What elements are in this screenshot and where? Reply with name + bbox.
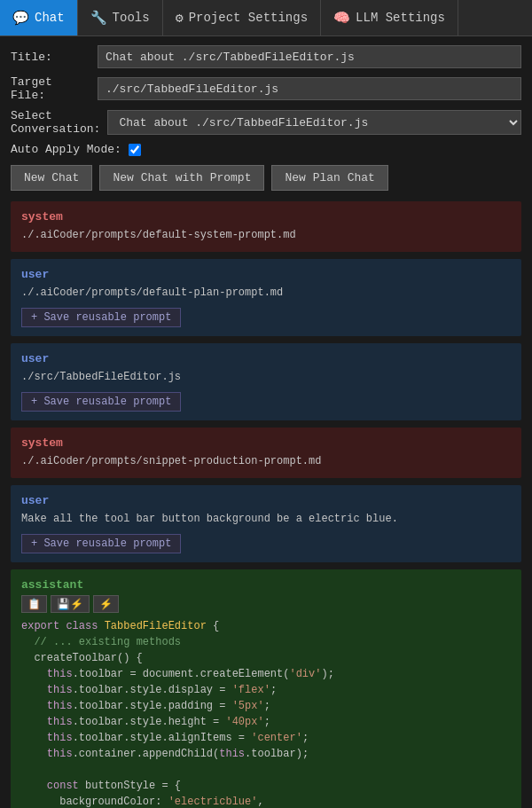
role-label-user-1: user xyxy=(21,268,511,281)
role-label-assistant-1: assistant xyxy=(21,578,511,592)
role-label-user-3: user xyxy=(21,494,511,507)
tab-bar: 💬 Chat 🔧 Tools ⚙️ Project Settings 🧠 LLM… xyxy=(0,0,532,36)
title-label: Title: xyxy=(11,51,90,64)
select-conversation-label: SelectConversation: xyxy=(11,109,100,136)
action-buttons: New Chat New Chat with Prompt New Plan C… xyxy=(11,165,521,191)
message-assistant-1: assistant 📋 💾⚡ ⚡ export class TabbedFile… xyxy=(11,569,521,808)
role-label-system-1: system xyxy=(21,210,511,224)
tab-chat[interactable]: 💬 Chat xyxy=(0,0,78,35)
tab-llm-settings[interactable]: 🧠 LLM Settings xyxy=(321,0,458,35)
message-content-system-2: ./.aiCoder/prompts/snippet-production-pr… xyxy=(21,453,511,469)
tab-llm-settings-label: LLM Settings xyxy=(356,11,445,25)
save-prompt-button-2[interactable]: + Save reusable prompt xyxy=(21,392,181,412)
tab-project-settings-label: Project Settings xyxy=(189,11,308,25)
apply-code-button[interactable]: 💾⚡ xyxy=(51,595,90,613)
tab-chat-label: Chat xyxy=(35,11,65,25)
copy-code-button[interactable]: 📋 xyxy=(21,595,47,613)
message-system-1: system ./.aiCoder/prompts/default-system… xyxy=(11,201,521,252)
target-file-input[interactable] xyxy=(98,77,521,100)
auto-apply-checkbox[interactable] xyxy=(129,144,141,156)
role-label-user-2: user xyxy=(21,352,511,365)
tools-icon: 🔧 xyxy=(90,10,107,27)
target-file-row: TargetFile: xyxy=(11,75,521,102)
extra-code-button[interactable]: ⚡ xyxy=(93,595,119,613)
save-prompt-button-3[interactable]: + Save reusable prompt xyxy=(21,534,181,553)
title-row: Title: xyxy=(11,45,521,68)
message-content-user-1: ./.aiCoder/prompts/default-plan-prompt.m… xyxy=(21,285,511,301)
new-chat-button[interactable]: New Chat xyxy=(11,165,92,191)
new-plan-chat-button[interactable]: New Plan Chat xyxy=(271,165,387,191)
message-system-2: system ./.aiCoder/prompts/snippet-produc… xyxy=(11,428,521,478)
tab-tools[interactable]: 🔧 Tools xyxy=(78,0,163,35)
message-user-3: user Make all the tool bar button backgr… xyxy=(11,485,521,562)
tab-tools-label: Tools xyxy=(113,11,150,25)
target-file-label: TargetFile: xyxy=(11,75,90,102)
auto-apply-label: Auto Apply Mode: xyxy=(11,143,121,156)
new-chat-with-prompt-button[interactable]: New Chat with Prompt xyxy=(99,165,264,191)
select-conversation-row: SelectConversation: Chat about ./src/Tab… xyxy=(11,109,521,136)
message-user-1: user ./.aiCoder/prompts/default-plan-pro… xyxy=(11,259,521,336)
llm-icon: 🧠 xyxy=(333,10,350,27)
chat-icon: 💬 xyxy=(12,10,29,27)
assistant-code-block: export class TabbedFileEditor { // ... e… xyxy=(21,618,511,808)
auto-apply-row: Auto Apply Mode: xyxy=(11,143,521,156)
role-label-system-2: system xyxy=(21,436,511,450)
message-content-user-2: ./src/TabbedFileEditor.js xyxy=(21,369,511,385)
title-input[interactable] xyxy=(98,45,521,68)
message-content-user-3: Make all the tool bar button background … xyxy=(21,511,511,527)
message-user-2: user ./src/TabbedFileEditor.js + Save re… xyxy=(11,343,521,420)
tab-project-settings[interactable]: ⚙️ Project Settings xyxy=(163,0,321,35)
code-toolbar: 📋 💾⚡ ⚡ xyxy=(21,595,511,613)
settings-icon: ⚙️ xyxy=(176,10,184,27)
main-content: Title: TargetFile: SelectConversation: C… xyxy=(0,36,532,808)
save-prompt-button-1[interactable]: + Save reusable prompt xyxy=(21,308,181,327)
conversation-select[interactable]: Chat about ./src/TabbedFileEditor.js xyxy=(107,110,521,135)
message-content-system-1: ./.aiCoder/prompts/default-system-prompt… xyxy=(21,227,511,243)
